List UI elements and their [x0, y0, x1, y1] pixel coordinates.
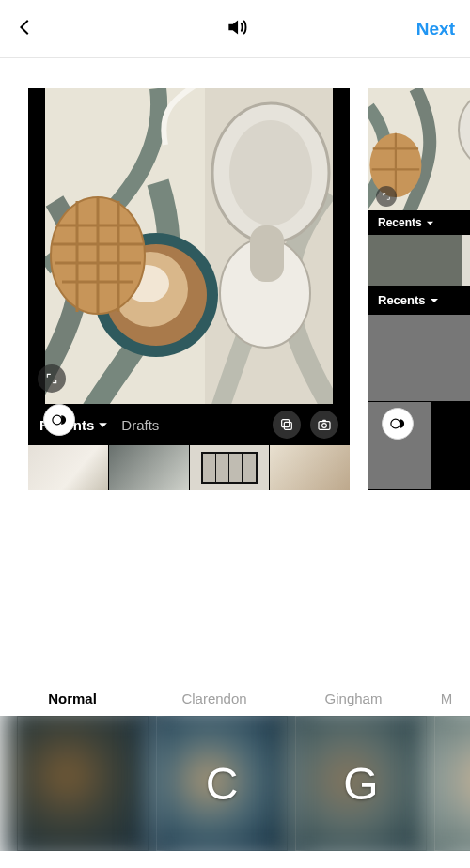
filter-labels-row: Normal Clarendon Gingham M: [0, 690, 470, 716]
album-selector-secondary-label: Recents: [378, 293, 426, 307]
expand-crop-button[interactable]: [38, 364, 66, 393]
gallery-thumbnail[interactable]: [462, 235, 470, 286]
top-header: Next: [0, 0, 470, 58]
gallery-thumbnail[interactable]: [270, 445, 350, 490]
filter-letter: G: [343, 758, 378, 810]
album-selector-secondary[interactable]: Recents: [378, 293, 439, 307]
filter-thumb-more[interactable]: M: [434, 716, 470, 851]
gallery-thumbnail[interactable]: [28, 445, 109, 490]
expand-crop-button[interactable]: [376, 186, 397, 207]
svg-point-23: [53, 415, 62, 425]
album-selector-secondary-label: Recents: [378, 216, 422, 229]
filter-label-more[interactable]: M: [423, 690, 470, 706]
gallery-thumbnail-row: [28, 445, 350, 490]
multi-select-button[interactable]: [273, 411, 301, 439]
secondary-preview-card: Recents Recents D: [368, 88, 470, 490]
next-button[interactable]: Next: [416, 19, 455, 39]
main-preview-card: Recents Drafts: [28, 88, 350, 490]
filter-thumbnails-row: C G M: [0, 716, 470, 851]
svg-rect-19: [282, 420, 290, 427]
gallery-thumbnail[interactable]: [190, 445, 271, 490]
svg-rect-20: [284, 422, 291, 429]
filter-toggle-button-secondary[interactable]: [382, 408, 414, 440]
gallery-thumbnail[interactable]: [368, 235, 462, 286]
svg-point-22: [322, 424, 327, 428]
chevron-down-icon: [426, 219, 434, 227]
preview-stage: Recents Drafts: [0, 58, 470, 584]
svg-rect-5: [250, 225, 284, 282]
gallery-thumbnail[interactable]: [109, 445, 190, 490]
filter-letter: C: [206, 758, 239, 810]
secondary-gallery-grid: [368, 315, 470, 489]
secondary-gallery-row: [368, 235, 470, 286]
gallery-thumbnail[interactable]: [431, 315, 470, 401]
gallery-thumbnail[interactable]: [368, 315, 431, 401]
selected-photo-preview[interactable]: [28, 88, 350, 404]
album-picker-bar-secondary: Recents D: [368, 286, 470, 315]
svg-point-3: [229, 120, 312, 225]
filter-toggle-button[interactable]: [43, 404, 75, 436]
album-selector-secondary-top[interactable]: Recents: [368, 210, 470, 235]
filter-strip: Normal Clarendon Gingham M C G M: [0, 690, 470, 868]
secondary-photo-preview[interactable]: [368, 88, 470, 210]
filter-label-normal[interactable]: Normal: [0, 690, 145, 706]
filter-label-clarendon[interactable]: Clarendon: [145, 690, 284, 706]
chevron-down-icon: [430, 296, 439, 305]
filter-thumb-clarendon[interactable]: C: [156, 716, 288, 851]
back-button[interactable]: [15, 17, 36, 41]
filter-label-gingham[interactable]: Gingham: [284, 690, 423, 706]
filter-thumb-normal[interactable]: [17, 716, 149, 851]
drafts-tab[interactable]: Drafts: [121, 417, 159, 433]
sound-toggle-button[interactable]: [225, 15, 249, 43]
chevron-down-icon: [98, 420, 108, 430]
camera-button[interactable]: [310, 411, 338, 439]
svg-rect-21: [319, 422, 330, 430]
album-picker-bar: Recents Drafts: [28, 404, 350, 445]
filter-thumb-gingham[interactable]: G: [295, 716, 427, 851]
svg-point-30: [391, 419, 400, 428]
